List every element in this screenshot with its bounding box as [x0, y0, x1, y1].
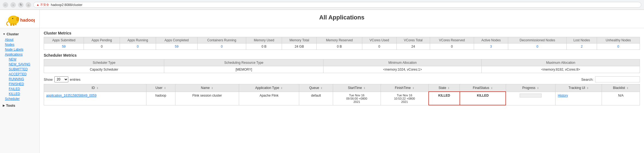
sort-icon: ⇕ [627, 87, 629, 90]
apps-table-header[interactable]: StartTime ⇕ [333, 84, 381, 92]
apps-table-header[interactable]: Progress ⇕ [506, 84, 555, 92]
home-button[interactable]: ⌂ [26, 2, 31, 8]
cluster-metric-value: 0 B [246, 44, 282, 50]
forward-button[interactable]: → [10, 2, 16, 8]
app-tracking-ui[interactable]: History [555, 92, 602, 105]
cluster-metric-value[interactable]: 59 [156, 44, 197, 50]
scheduler-metric-header: Minimum Allocation [324, 59, 482, 66]
app-name: Flink session cluster [175, 92, 239, 105]
apps-table-header[interactable]: User ⇕ [146, 84, 175, 92]
back-button[interactable]: ← [3, 2, 8, 8]
scheduler-metric-header: Scheduling Resource Type [164, 59, 324, 66]
apps-table-header[interactable]: Blacklist ⇕ [602, 84, 640, 92]
cluster-metric-value: 0 [362, 44, 396, 50]
entries-label: entries [70, 77, 81, 82]
table-controls: Show 20 50 100 entries Search: [44, 76, 640, 82]
scheduler-metric-value: Capacity Scheduler [44, 66, 164, 73]
cluster-metric-value[interactable]: 0 [597, 44, 640, 50]
apps-table-header[interactable]: FinalStatus ⇕ [460, 84, 506, 92]
entries-select[interactable]: 20 50 100 [54, 76, 68, 82]
apps-table-header[interactable]: State ⇕ [429, 84, 460, 92]
cluster-metric-value: 0 [430, 44, 474, 50]
show-label: Show [44, 77, 53, 82]
sort-icon: ⇕ [537, 87, 539, 90]
sidebar-item-running[interactable]: RUNNING [8, 77, 39, 82]
sidebar-item-new-saving[interactable]: NEW_SAVING [8, 62, 39, 67]
cluster-metric-value[interactable]: 0 [508, 44, 567, 50]
sidebar-item-submitted[interactable]: SUBMITTED [8, 67, 39, 72]
app-user: hadoop [146, 92, 175, 105]
scheduler-metric-value: [MEMORY] [164, 66, 324, 73]
cluster-metric-value[interactable]: 0 [120, 44, 156, 50]
cluster-metrics-title: Cluster Metrics [44, 31, 640, 35]
tools-section-title[interactable]: ▶ Tools [0, 102, 39, 109]
svg-rect-4 [10, 24, 12, 26]
browser-bar: ← → ↻ ⌂ ▲ 不安全 hadoop2:8088/cluster [0, 0, 644, 10]
cluster-arrow: ▼ [3, 33, 5, 36]
address-bar[interactable]: ▲ 不安全 hadoop2:8088/cluster [33, 2, 641, 8]
sort-icon: ⇕ [363, 87, 366, 90]
sort-icon: ⇕ [491, 87, 493, 90]
search-area: Search: [581, 76, 640, 82]
cluster-section-title[interactable]: ▼ Cluster [0, 31, 39, 37]
table-row: application_1635158058849_0059hadoopFlin… [44, 92, 640, 105]
sidebar: ▼ Cluster About Nodes Node Labels Applic… [0, 28, 40, 153]
cluster-metric-value[interactable]: 3 [474, 44, 508, 50]
apps-table-header[interactable]: ID ⇕ [44, 84, 146, 92]
app-start-time: Tue Nov 16 09:56:00 +0800 2021 [333, 92, 381, 105]
scheduler-metrics-title: Scheduler Metrics [44, 53, 640, 57]
sidebar-item-finished[interactable]: FINISHED [8, 82, 39, 86]
apps-table-header[interactable]: FinishTime ⇕ [381, 84, 429, 92]
reload-button[interactable]: ↻ [18, 2, 23, 8]
sidebar-item-scheduler[interactable]: Scheduler [0, 96, 39, 101]
main-layout: hadoop All Applications ▼ Cluster About … [0, 10, 644, 153]
app-id[interactable]: application_1635158058849_0059 [44, 92, 146, 105]
app-blacklist: N/A [602, 92, 640, 105]
sort-icon: ⇕ [281, 87, 283, 90]
sidebar-item-node-labels[interactable]: Node Labels [0, 47, 39, 52]
svg-rect-6 [15, 24, 17, 25]
cluster-metric-header: Apps Completed [156, 37, 197, 44]
tools-label: Tools [6, 103, 15, 108]
progress-bar-container [520, 94, 542, 97]
apps-table-header[interactable]: Application Type ⇕ [239, 84, 299, 92]
cluster-metric-header: Memory Total [282, 37, 317, 44]
app-queue: default [299, 92, 333, 105]
sidebar-item-about[interactable]: About [0, 37, 39, 42]
cluster-metric-header: Apps Pending [84, 37, 120, 44]
cluster-section: ▼ Cluster About Nodes Node Labels Applic… [0, 31, 39, 101]
app-progress [506, 92, 555, 105]
page-title: All Applications [319, 14, 364, 21]
apps-table-header[interactable]: Tracking UI ⇕ [555, 84, 602, 92]
sort-icon: ⇕ [448, 87, 450, 90]
app-states-group: NEW NEW_SAVING SUBMITTED ACCEPTED RUNNIN… [0, 57, 39, 96]
sort-icon: ⇕ [587, 87, 589, 90]
cluster-metric-header: Containers Running [198, 37, 246, 44]
sidebar-item-applications[interactable]: Applications [0, 52, 39, 57]
scheduler-metrics-table: Scheduler TypeScheduling Resource TypeMi… [44, 59, 640, 73]
sidebar-item-accepted[interactable]: ACCEPTED [8, 72, 39, 77]
sort-icon: ⇕ [412, 87, 414, 90]
app-state: KILLED [429, 92, 460, 105]
cluster-metric-value: 24 [396, 44, 430, 50]
svg-point-3 [16, 17, 19, 21]
search-input[interactable] [595, 76, 640, 82]
page-title-area: All Applications [40, 10, 644, 28]
svg-point-2 [12, 18, 13, 19]
app-final-status: KILLED [460, 92, 506, 105]
cluster-metric-header: Apps Running [120, 37, 156, 44]
cluster-metric-header: VCores Reserved [430, 37, 474, 44]
sidebar-item-failed[interactable]: FAILED [8, 86, 39, 91]
apps-table-header[interactable]: Queue ⇕ [299, 84, 333, 92]
apps-table-header[interactable]: Name ⇕ [175, 84, 239, 92]
cluster-metrics-table: Apps SubmittedApps PendingApps RunningAp… [44, 37, 640, 50]
sidebar-item-new[interactable]: NEW [8, 57, 39, 62]
cluster-metric-value[interactable]: 59 [44, 44, 84, 50]
cluster-metric-value[interactable]: 2 [567, 44, 597, 50]
sort-icon: ⇕ [164, 87, 166, 90]
sidebar-item-killed[interactable]: KILLED [8, 91, 39, 96]
cluster-metric-value[interactable]: 0 [198, 44, 246, 50]
sidebar-item-nodes[interactable]: Nodes [0, 42, 39, 47]
cluster-metric-header: Apps Submitted [44, 37, 84, 44]
sort-icon: ⇕ [96, 87, 99, 90]
